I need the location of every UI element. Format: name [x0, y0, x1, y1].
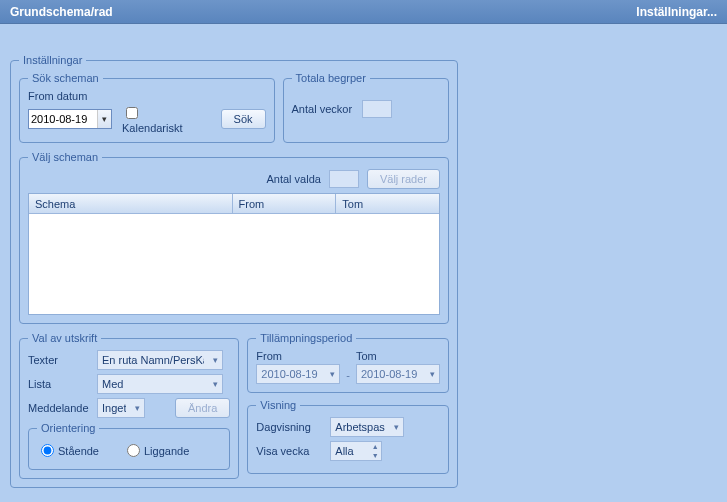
lista-field[interactable] — [98, 375, 208, 393]
meddelande-dropdown-icon[interactable]: ▾ — [130, 399, 144, 417]
visa-vecka-down-icon[interactable]: ▼ — [369, 451, 381, 460]
window-title: Grundschema/rad — [10, 0, 113, 23]
antal-valda-label: Antal valda — [266, 173, 320, 185]
tp-from-input[interactable]: ▾ — [256, 364, 340, 384]
visa-vecka-spinner[interactable]: ▲ ▼ — [330, 441, 382, 461]
lista-dropdown-icon[interactable]: ▾ — [208, 375, 222, 393]
tp-tom-dropdown-icon[interactable]: ▾ — [425, 365, 439, 383]
tillampningsperiod-fieldset: Tillämpningsperiod From ▾ - Tom — [247, 332, 449, 393]
sok-scheman-fieldset: Sök scheman From datum ▾ Kalendariskt — [19, 72, 275, 143]
visa-vecka-up-icon[interactable]: ▲ — [369, 442, 381, 451]
lista-combo[interactable]: ▾ — [97, 374, 223, 394]
totala-legend: Totala begrper — [292, 72, 370, 84]
tp-from-label: From — [256, 350, 340, 362]
orientering-fieldset: Orientering Stående Liggande — [28, 422, 230, 470]
orient-legend: Orientering — [37, 422, 99, 434]
col-header-from[interactable]: From — [233, 194, 337, 213]
kalendariskt-label[interactable]: Kalendariskt — [122, 104, 201, 134]
meddelande-combo[interactable]: ▾ — [97, 398, 145, 418]
antal-veckor-label: Antal veckor — [292, 103, 353, 115]
main-fieldset: Inställningar Sök scheman From datum ▾ K… — [10, 54, 458, 488]
col-header-tom[interactable]: Tom — [336, 194, 439, 213]
tp-dash: - — [346, 369, 350, 384]
dagvisning-combo[interactable]: ▾ — [330, 417, 404, 437]
totala-fieldset: Totala begrper Antal veckor — [283, 72, 449, 143]
from-datum-dropdown-icon[interactable]: ▾ — [97, 110, 111, 128]
visning-fieldset: Visning Dagvisning ▾ Visa vecka — [247, 399, 449, 474]
val-av-utskrift-fieldset: Val av utskrift Texter ▾ Lista ▾ — [19, 332, 239, 479]
tillamp-legend: Tillämpningsperiod — [256, 332, 356, 344]
antal-valda-value — [329, 170, 359, 188]
texter-combo[interactable]: ▾ — [97, 350, 223, 370]
tp-tom-label: Tom — [356, 350, 440, 362]
liggande-radio[interactable] — [127, 444, 140, 457]
lista-label: Lista — [28, 378, 93, 390]
antal-veckor-value — [362, 100, 392, 118]
from-datum-field[interactable] — [29, 110, 97, 128]
meddelande-label: Meddelande — [28, 402, 93, 414]
dagvisning-label: Dagvisning — [256, 421, 326, 433]
valj-rader-button[interactable]: Välj rader — [367, 169, 440, 189]
valj-legend: Välj scheman — [28, 151, 102, 163]
visa-vecka-field[interactable] — [331, 442, 369, 460]
sok-legend: Sök scheman — [28, 72, 103, 84]
utskrift-legend: Val av utskrift — [28, 332, 101, 344]
tp-from-field[interactable] — [257, 365, 325, 383]
tp-tom-field[interactable] — [357, 365, 425, 383]
valj-scheman-fieldset: Välj scheman Antal valda Välj rader Sche… — [19, 151, 449, 324]
staende-option[interactable]: Stående — [41, 444, 99, 457]
kalendariskt-checkbox[interactable] — [126, 107, 138, 119]
schema-grid[interactable]: Schema From Tom — [28, 193, 440, 315]
from-datum-input[interactable]: ▾ — [28, 109, 112, 129]
andra-button[interactable]: Ändra — [175, 398, 230, 418]
tp-from-dropdown-icon[interactable]: ▾ — [325, 365, 339, 383]
dagvisning-field[interactable] — [331, 418, 389, 436]
visa-vecka-label: Visa vecka — [256, 445, 326, 457]
liggande-option[interactable]: Liggande — [127, 444, 189, 457]
meddelande-field[interactable] — [98, 399, 130, 417]
staende-text: Stående — [58, 445, 99, 457]
from-datum-label: From datum — [28, 90, 266, 102]
sok-button[interactable]: Sök — [221, 109, 266, 129]
tp-tom-input[interactable]: ▾ — [356, 364, 440, 384]
texter-label: Texter — [28, 354, 93, 366]
liggande-text: Liggande — [144, 445, 189, 457]
col-header-schema[interactable]: Schema — [29, 194, 233, 213]
texter-field[interactable] — [98, 351, 208, 369]
main-legend: Inställningar — [19, 54, 86, 66]
texter-dropdown-icon[interactable]: ▾ — [208, 351, 222, 369]
staende-radio[interactable] — [41, 444, 54, 457]
settings-link[interactable]: Inställningar... — [636, 0, 717, 23]
visning-legend: Visning — [256, 399, 300, 411]
kalendariskt-text: Kalendariskt — [122, 122, 183, 134]
dagvisning-dropdown-icon[interactable]: ▾ — [389, 418, 403, 436]
